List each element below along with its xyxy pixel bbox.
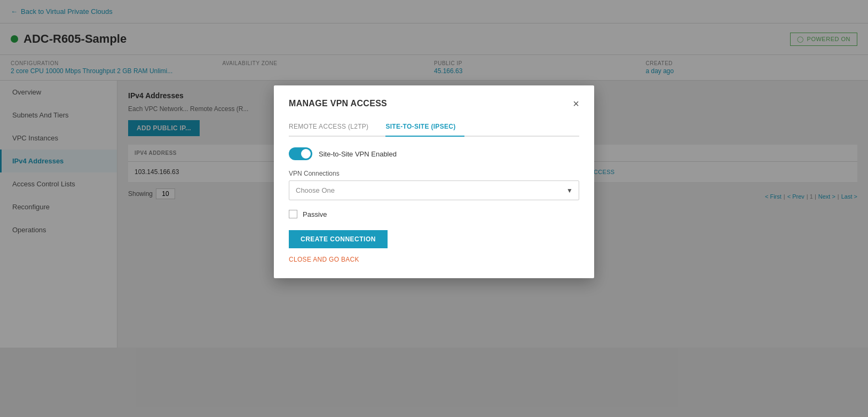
- modal-close-button[interactable]: ×: [573, 98, 579, 109]
- vpn-connections-label: VPN Connections: [289, 170, 579, 177]
- toggle-label: Site-to-Site VPN Enabled: [319, 150, 397, 158]
- tab-remote-access[interactable]: REMOTE ACCESS (L2TP): [289, 119, 377, 137]
- vpn-enabled-toggle-row: Site-to-Site VPN Enabled: [289, 147, 579, 160]
- modal-header: MANAGE VPN ACCESS ×: [289, 98, 579, 109]
- create-connection-button[interactable]: CREATE CONNECTION: [289, 230, 388, 248]
- tab-site-to-site[interactable]: SITE-TO-SITE (IPSEC): [385, 119, 464, 137]
- vpn-enabled-toggle[interactable]: [289, 147, 312, 160]
- close-and-go-back-button[interactable]: CLOSE AND GO BACK: [289, 256, 359, 263]
- passive-checkbox-row: Passive: [289, 210, 579, 218]
- passive-checkbox[interactable]: [289, 210, 297, 218]
- passive-label: Passive: [303, 210, 327, 218]
- manage-vpn-modal: MANAGE VPN ACCESS × REMOTE ACCESS (L2TP)…: [274, 85, 594, 278]
- vpn-connections-select-wrapper: Choose One ▼: [289, 180, 579, 200]
- modal-title: MANAGE VPN ACCESS: [289, 99, 387, 108]
- modal-overlay: MANAGE VPN ACCESS × REMOTE ACCESS (L2TP)…: [0, 0, 868, 417]
- modal-tabs: REMOTE ACCESS (L2TP) SITE-TO-SITE (IPSEC…: [289, 119, 579, 137]
- vpn-connections-select[interactable]: Choose One: [289, 180, 579, 200]
